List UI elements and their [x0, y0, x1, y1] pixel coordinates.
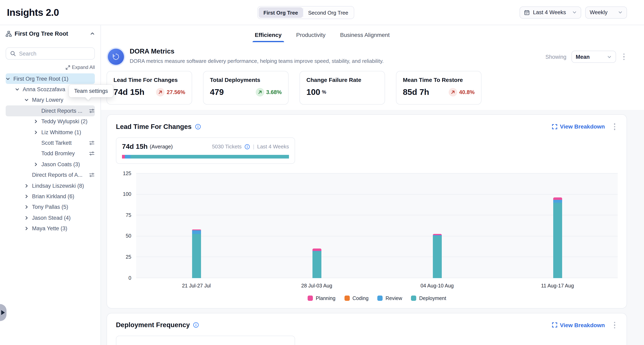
chevron-down-icon: [618, 10, 622, 14]
toggle-second-org-tree[interactable]: Second Org Tree: [303, 7, 353, 18]
tree-item[interactable]: Brian Kirkland (6): [6, 191, 95, 202]
metric-card: Lead Time For Changes74d 15h27.56%: [106, 71, 192, 104]
chevron-right-icon[interactable]: [24, 205, 29, 210]
view-breakdown-button[interactable]: View Breakdown: [552, 124, 605, 130]
metric-value: 479: [210, 87, 224, 97]
x-axis-label: 28 Jul-03 Aug: [256, 283, 377, 288]
metric-title: Total Deployments: [210, 76, 282, 83]
legend-label: Deployment: [419, 295, 446, 301]
average-stacked-bar: [122, 155, 289, 158]
legend-item[interactable]: Review: [378, 295, 402, 301]
trend-badge: 40.8%: [448, 88, 474, 96]
stacked-bar[interactable]: [553, 198, 562, 278]
info-icon[interactable]: [193, 322, 199, 328]
search-icon: [10, 51, 16, 56]
tree-item[interactable]: Tony Pallas (5): [6, 202, 95, 212]
tree-item[interactable]: Teddy Wylupski (2): [6, 116, 95, 127]
average-segment-review: [125, 155, 130, 158]
sidebar-header[interactable]: First Org Tree Root: [0, 25, 100, 42]
tree-item[interactable]: Lindsay Liszewski (8): [6, 180, 95, 191]
dora-metrics-icon: [108, 49, 124, 65]
bar-segment-planning: [312, 249, 321, 251]
dora-section: DORA Metrics DORA metrics measure softwa…: [101, 42, 644, 110]
info-icon[interactable]: [244, 144, 250, 150]
chevron-right-icon[interactable]: [34, 162, 38, 166]
expand-all-button[interactable]: Expand All: [66, 64, 95, 70]
tab-efficiency[interactable]: Efficiency: [255, 32, 282, 42]
deployment-frequency-menu-kebab-icon[interactable]: [611, 320, 618, 330]
showing-select[interactable]: Mean: [571, 51, 616, 63]
x-axis-label: 21 Jul-27 Jul: [136, 283, 256, 288]
tree-item[interactable]: Direct Reports ...: [6, 106, 95, 116]
bars: [136, 173, 618, 278]
lead-time-chart: 0255075100125 21 Jul-27 Jul28 Jul-03 Aug…: [116, 173, 618, 301]
x-axis: 21 Jul-27 Jul28 Jul-03 Aug04 Aug-10 Aug1…: [136, 283, 618, 288]
tree-item-label: Direct Reports ...: [41, 108, 82, 114]
divider: |: [253, 144, 254, 150]
chevron-right-icon[interactable]: [34, 120, 38, 124]
tree-item[interactable]: Jason Coats (3): [6, 159, 95, 170]
tab-productivity[interactable]: Productivity: [296, 32, 326, 42]
tree-item[interactable]: Liz Whittome (1): [6, 127, 95, 138]
metric-card: Total Deployments4793.68%: [203, 71, 288, 104]
metric-title: Mean Time To Restore: [403, 76, 474, 83]
lead-time-panel: Lead Time For Changes: [106, 114, 627, 308]
plot-area: [136, 173, 618, 278]
tab-business-alignment[interactable]: Business Alignment: [340, 32, 390, 42]
chevron-right-icon[interactable]: [24, 184, 29, 188]
y-axis-tick: 100: [123, 191, 131, 197]
page-title: Insights 2.0: [7, 7, 59, 18]
chevron-down-icon[interactable]: [24, 98, 29, 102]
tickets-count: 5030 Tickets: [212, 144, 242, 150]
info-icon[interactable]: [195, 124, 201, 130]
team-settings-icon[interactable]: [86, 150, 95, 157]
stacked-bar[interactable]: [192, 230, 201, 278]
y-axis-tick: 0: [128, 275, 131, 281]
lead-time-menu-kebab-icon[interactable]: [611, 122, 618, 132]
expand-all-label: Expand All: [72, 64, 95, 70]
legend-item[interactable]: Coding: [344, 295, 368, 301]
stacked-bar[interactable]: [433, 234, 442, 278]
trend-delta: 3.68%: [266, 89, 282, 95]
tree-item[interactable]: Todd Bromley: [6, 148, 95, 159]
tree-item[interactable]: Jason Stead (4): [6, 212, 95, 223]
tree-item-label: Direct Reports of A...: [32, 172, 82, 178]
search-input[interactable]: [19, 50, 90, 56]
chevron-right-icon[interactable]: [24, 194, 29, 199]
toggle-first-org-tree[interactable]: First Org Tree: [258, 7, 303, 18]
chevron-down-icon[interactable]: [15, 87, 20, 92]
date-range-value: Last 4 Weeks: [533, 9, 569, 16]
tree-item[interactable]: Direct Reports of A...: [6, 170, 95, 180]
chevron-right-icon[interactable]: [24, 216, 29, 220]
legend-label: Review: [386, 295, 402, 301]
calendar-icon: [524, 10, 530, 15]
legend-item[interactable]: Deployment: [411, 295, 446, 301]
collapse-sidebar-icon[interactable]: [90, 31, 95, 36]
tree-item[interactable]: Scott Tarkett: [6, 138, 95, 148]
tree-item-label: Todd Bromley: [41, 150, 75, 157]
tree-item-label: Scott Tarkett: [41, 140, 72, 146]
view-breakdown-button[interactable]: View Breakdown: [552, 322, 605, 328]
team-settings-icon[interactable]: [86, 108, 95, 114]
tabs: EfficiencyProductivityBusiness Alignment: [255, 32, 390, 42]
tree-item[interactable]: Maya Yette (3): [6, 223, 95, 234]
granularity-select[interactable]: Weekly: [585, 6, 627, 18]
tree-item[interactable]: First Org Tree Root (1): [6, 74, 95, 84]
dora-menu-kebab-icon[interactable]: [621, 52, 627, 62]
chevron-down-icon: [607, 54, 611, 59]
chevron-right-icon[interactable]: [34, 130, 38, 134]
chevron-down-icon[interactable]: [6, 76, 10, 81]
team-settings-icon[interactable]: [86, 140, 95, 146]
legend-item[interactable]: Planning: [308, 295, 335, 301]
average-label: (Average): [150, 144, 173, 150]
team-settings-icon[interactable]: [86, 172, 95, 178]
trend-delta: 40.8%: [459, 89, 474, 95]
average-value: 74d 15h: [122, 142, 148, 150]
stacked-bar[interactable]: [312, 249, 321, 278]
date-range-select[interactable]: Last 4 Weeks: [520, 6, 581, 18]
legend-swatch-coding: [344, 296, 350, 301]
top-controls: Last 4 Weeks Weekly: [520, 6, 627, 18]
chevron-right-icon[interactable]: [24, 226, 29, 231]
showing-label: Showing: [545, 54, 566, 60]
trend-badge: 3.68%: [256, 88, 282, 96]
